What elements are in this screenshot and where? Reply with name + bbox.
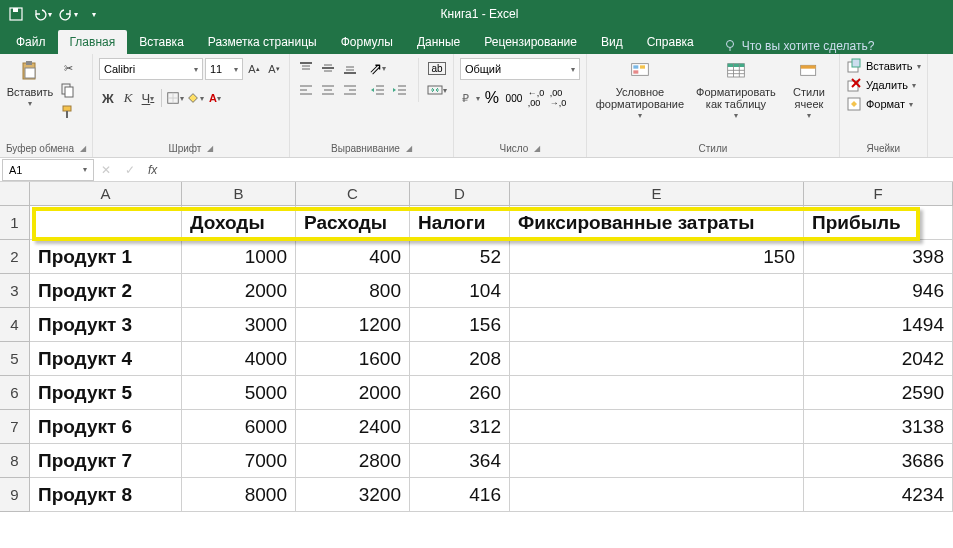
tab-file[interactable]: Файл (4, 30, 58, 54)
cell-A6[interactable]: Продукт 5 (30, 376, 182, 410)
cell-F2[interactable]: 398 (804, 240, 953, 274)
cell-B3[interactable]: 2000 (182, 274, 296, 308)
cell-C3[interactable]: 800 (296, 274, 410, 308)
row-header-2[interactable]: 2 (0, 240, 30, 274)
cell-B4[interactable]: 3000 (182, 308, 296, 342)
cell-D6[interactable]: 260 (410, 376, 510, 410)
col-header-E[interactable]: E (510, 182, 804, 205)
row-header-7[interactable]: 7 (0, 410, 30, 444)
tab-view[interactable]: Вид (589, 30, 635, 54)
dialog-launcher-icon[interactable]: ◢ (534, 144, 540, 153)
font-color-icon[interactable]: A▾ (206, 88, 224, 108)
cell-F9[interactable]: 4234 (804, 478, 953, 512)
cell-A2[interactable]: Продукт 1 (30, 240, 182, 274)
cell-C5[interactable]: 1600 (296, 342, 410, 376)
cell-C7[interactable]: 2400 (296, 410, 410, 444)
col-header-A[interactable]: A (30, 182, 182, 205)
tab-formulas[interactable]: Формулы (329, 30, 405, 54)
bold-button[interactable]: Ж (99, 88, 117, 108)
formula-input[interactable] (163, 159, 953, 181)
cell-F7[interactable]: 3138 (804, 410, 953, 444)
cell-E6[interactable] (510, 376, 804, 410)
cell-D7[interactable]: 312 (410, 410, 510, 444)
cell-C9[interactable]: 3200 (296, 478, 410, 512)
cell-D9[interactable]: 416 (410, 478, 510, 512)
fill-color-icon[interactable]: ▾ (186, 88, 204, 108)
format-painter-icon[interactable] (58, 102, 78, 122)
cell-A8[interactable]: Продукт 7 (30, 444, 182, 478)
orientation-icon[interactable]: ⇗▾ (368, 58, 388, 78)
borders-icon[interactable]: ▾ (166, 88, 184, 108)
cell-C6[interactable]: 2000 (296, 376, 410, 410)
qat-customize-icon[interactable]: ▾ (82, 2, 106, 26)
tab-help[interactable]: Справка (635, 30, 706, 54)
cell-F4[interactable]: 1494 (804, 308, 953, 342)
percent-format-icon[interactable]: % (482, 88, 502, 108)
save-icon[interactable] (4, 2, 28, 26)
row-header-6[interactable]: 6 (0, 376, 30, 410)
row-header-8[interactable]: 8 (0, 444, 30, 478)
cell-F8[interactable]: 3686 (804, 444, 953, 478)
dialog-launcher-icon[interactable]: ◢ (80, 144, 86, 153)
cell-C1[interactable]: Расходы (296, 206, 410, 240)
decrease-decimal-icon[interactable]: ,00→,0 (548, 88, 568, 108)
cell-F3[interactable]: 946 (804, 274, 953, 308)
cell-styles-button[interactable]: Стили ячеек▾ (785, 58, 833, 123)
row-header-3[interactable]: 3 (0, 274, 30, 308)
cell-F5[interactable]: 2042 (804, 342, 953, 376)
align-middle-icon[interactable] (318, 58, 338, 78)
dialog-launcher-icon[interactable]: ◢ (406, 144, 412, 153)
cell-C4[interactable]: 1200 (296, 308, 410, 342)
col-header-F[interactable]: F (804, 182, 953, 205)
accounting-format-icon[interactable]: ₽▾ (460, 88, 480, 108)
cell-B9[interactable]: 8000 (182, 478, 296, 512)
italic-button[interactable]: К (119, 88, 137, 108)
cell-D1[interactable]: Налоги (410, 206, 510, 240)
cell-A7[interactable]: Продукт 6 (30, 410, 182, 444)
align-center-icon[interactable] (318, 80, 338, 100)
font-size-select[interactable]: 11▾ (205, 58, 243, 80)
tab-data[interactable]: Данные (405, 30, 472, 54)
cell-B1[interactable]: Доходы (182, 206, 296, 240)
underline-button[interactable]: Ч▾ (139, 88, 157, 108)
insert-cells-button[interactable]: Вставить▾ (846, 58, 921, 74)
fx-icon[interactable]: fx (142, 163, 163, 177)
align-bottom-icon[interactable] (340, 58, 360, 78)
cell-B6[interactable]: 5000 (182, 376, 296, 410)
cancel-formula-icon[interactable]: ✕ (94, 163, 118, 177)
cell-E9[interactable] (510, 478, 804, 512)
col-header-B[interactable]: B (182, 182, 296, 205)
comma-format-icon[interactable]: 000 (504, 88, 524, 108)
merge-center-icon[interactable]: ▾ (427, 80, 447, 100)
shrink-font-icon[interactable]: A▾ (265, 59, 283, 79)
format-as-table-button[interactable]: Форматировать как таблицу▾ (691, 58, 781, 123)
cell-D8[interactable]: 364 (410, 444, 510, 478)
cell-A5[interactable]: Продукт 4 (30, 342, 182, 376)
cell-A3[interactable]: Продукт 2 (30, 274, 182, 308)
cell-F6[interactable]: 2590 (804, 376, 953, 410)
cell-D2[interactable]: 52 (410, 240, 510, 274)
cell-E7[interactable] (510, 410, 804, 444)
cell-D4[interactable]: 156 (410, 308, 510, 342)
name-box[interactable]: A1▾ (2, 159, 94, 181)
cell-A9[interactable]: Продукт 8 (30, 478, 182, 512)
select-all-corner[interactable] (0, 182, 30, 205)
cell-E2[interactable]: 150 (510, 240, 804, 274)
tab-review[interactable]: Рецензирование (472, 30, 589, 54)
increase-indent-icon[interactable] (390, 80, 410, 100)
cell-B8[interactable]: 7000 (182, 444, 296, 478)
cut-icon[interactable]: ✂ (58, 58, 78, 78)
tab-page-layout[interactable]: Разметка страницы (196, 30, 329, 54)
cell-C8[interactable]: 2800 (296, 444, 410, 478)
row-header-5[interactable]: 5 (0, 342, 30, 376)
cell-B7[interactable]: 6000 (182, 410, 296, 444)
cell-E8[interactable] (510, 444, 804, 478)
cell-E4[interactable] (510, 308, 804, 342)
align-top-icon[interactable] (296, 58, 316, 78)
col-header-D[interactable]: D (410, 182, 510, 205)
cell-D5[interactable]: 208 (410, 342, 510, 376)
cell-E3[interactable] (510, 274, 804, 308)
decrease-indent-icon[interactable] (368, 80, 388, 100)
cell-C2[interactable]: 400 (296, 240, 410, 274)
cell-E1[interactable]: Фиксированные затраты (510, 206, 804, 240)
